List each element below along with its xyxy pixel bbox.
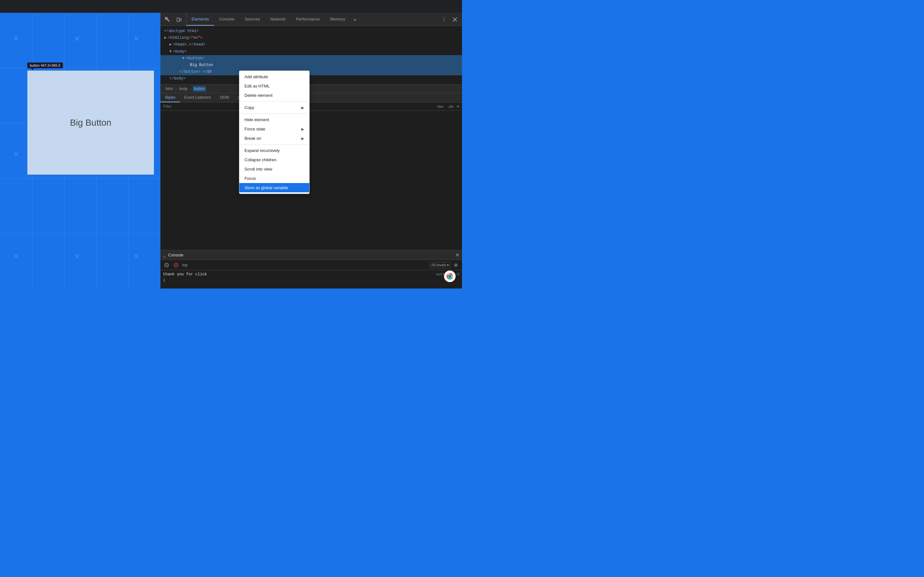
console-filter-button[interactable]	[173, 261, 180, 269]
big-button[interactable]: Big Button	[27, 71, 154, 175]
elements-panel: <!doctype html> ▶ <html lang="en" > ▶ <h…	[160, 26, 462, 288]
console-levels-label: All levels	[431, 263, 446, 268]
svg-point-4	[444, 19, 444, 19]
console-levels-arrow: ▾	[447, 263, 449, 268]
console-drag-handle[interactable]	[163, 254, 166, 256]
console-toolbar: top All levels ▾	[160, 260, 462, 270]
tooltip-element: button	[30, 63, 40, 67]
console-context-select[interactable]: top	[182, 263, 188, 268]
html-line-head: ▶ <head> … </head>	[160, 41, 462, 48]
console-settings-button[interactable]	[452, 261, 459, 269]
tab-performance[interactable]: Performance	[291, 13, 325, 26]
context-menu-focus[interactable]: Focus	[239, 174, 309, 183]
context-menu-scroll-into-view[interactable]: Scroll into view	[239, 164, 309, 174]
force-state-submenu-arrow: ▶	[301, 127, 304, 131]
devtools-toolbar: Elements Console Sources Network Perform…	[160, 13, 462, 26]
svg-point-8	[163, 256, 164, 257]
html-line-body-close: </body>	[160, 75, 462, 82]
svg-point-16	[455, 264, 457, 266]
devtools-tabs: Elements Console Sources Network Perform…	[186, 13, 437, 26]
context-menu-sep3	[239, 144, 309, 145]
console-log-text: thank you for click	[163, 272, 207, 277]
styles-tabs: Styles Event Listeners DOM rties Accessi…	[160, 93, 462, 103]
console-title: Console	[168, 253, 184, 258]
styles-filter-bar: :hov .cls +	[160, 103, 462, 111]
html-source: <!doctype html> ▶ <html lang="en" > ▶ <h…	[160, 26, 462, 84]
context-menu-store-as-global[interactable]: Store as global variable	[239, 183, 309, 192]
styles-tab-dom[interactable]: DOM	[215, 93, 233, 102]
tab-sources[interactable]: Sources	[240, 13, 265, 26]
hov-button[interactable]: :hov	[435, 104, 445, 109]
context-menu-sep1	[239, 101, 309, 102]
tab-network[interactable]: Network	[265, 13, 291, 26]
styles-area: Styles Event Listeners DOM rties Accessi…	[160, 93, 462, 250]
tab-more-button[interactable]: »	[351, 13, 360, 26]
svg-point-5	[444, 21, 444, 21]
html-line-button-text: Big Button	[160, 62, 462, 69]
console-prompt[interactable]: ❯	[163, 278, 459, 283]
svg-point-20	[448, 275, 451, 278]
html-line-body: ▼ <body>	[160, 48, 462, 55]
context-menu-sep2	[239, 113, 309, 114]
tab-elements[interactable]: Elements	[186, 13, 214, 26]
context-menu-break-on[interactable]: Break on ▶	[239, 134, 309, 143]
console-close-button[interactable]: ✕	[455, 252, 459, 258]
svg-point-3	[444, 17, 444, 18]
element-tooltip: button 447.3×365.5	[27, 63, 63, 68]
styles-filter-actions: :hov .cls +	[435, 104, 459, 109]
context-menu-copy[interactable]: Copy ▶	[239, 103, 309, 112]
devtools-close-icon[interactable]	[451, 15, 459, 24]
context-menu: Add attribute Edit as HTML Delete elemen…	[239, 71, 310, 194]
console-prompt-arrow: ❯	[163, 278, 165, 283]
svg-line-13	[166, 264, 168, 266]
console-levels-dropdown[interactable]: All levels ▾	[430, 262, 451, 268]
styles-tab-event-listeners[interactable]: Event Listeners	[180, 93, 216, 102]
svg-point-10	[163, 258, 164, 258]
inspect-element-icon[interactable]	[163, 15, 172, 24]
context-menu-force-state[interactable]: Force state ▶	[239, 124, 309, 134]
html-line-button[interactable]: ... ▼ <button>	[160, 55, 462, 62]
html-line-button-close: </button> == $0	[160, 69, 462, 75]
devtools-actions	[437, 15, 462, 24]
tab-memory[interactable]: Memory	[325, 13, 351, 26]
breadcrumb-html[interactable]: html	[164, 86, 174, 92]
context-menu-edit-as-html[interactable]: Edit as HTML	[239, 81, 309, 91]
console-header: Console ✕	[160, 250, 462, 260]
tooltip-dimensions: 447.3×365.5	[41, 63, 60, 67]
devtools-settings-icon[interactable]	[439, 15, 449, 24]
device-toolbar-icon[interactable]	[174, 15, 184, 24]
context-menu-hide-element[interactable]: Hide element	[239, 115, 309, 124]
cls-button[interactable]: .cls	[447, 104, 455, 109]
browser-top-bar	[0, 0, 462, 13]
chrome-logo	[444, 271, 456, 282]
html-line-doctype: <!doctype html>	[160, 28, 462, 35]
context-menu-add-attribute[interactable]: Add attribute	[239, 72, 309, 81]
breadcrumb-body[interactable]: body	[178, 86, 189, 92]
break-on-submenu-arrow: ▶	[301, 136, 304, 141]
svg-point-11	[165, 258, 165, 258]
add-style-button[interactable]: +	[457, 104, 459, 109]
styles-tab-styles[interactable]: Styles	[160, 93, 180, 102]
devtools-panel: Elements Console Sources Network Perform…	[160, 13, 462, 288]
console-clear-button[interactable]	[163, 261, 170, 269]
context-menu-expand-recursively[interactable]: Expand recursively	[239, 146, 309, 155]
console-area: Console ✕ top	[160, 250, 462, 288]
tab-console[interactable]: Console	[214, 13, 240, 26]
console-content: thank you for click script.js:2 ❯	[160, 270, 462, 284]
svg-rect-2	[180, 19, 181, 21]
html-line-html: ▶ <html lang="en" >	[160, 35, 462, 41]
toolbar-icons	[160, 13, 186, 26]
copy-submenu-arrow: ▶	[301, 105, 304, 110]
console-log-line: thank you for click script.js:2	[163, 271, 459, 277]
big-button-label: Big Button	[70, 118, 111, 128]
breadcrumb-button[interactable]: button	[193, 86, 206, 92]
svg-rect-1	[177, 18, 179, 21]
context-menu-delete-element[interactable]: Delete element	[239, 91, 309, 100]
context-menu-collapse-children[interactable]: Collapse children	[239, 155, 309, 164]
svg-point-9	[165, 256, 165, 257]
breadcrumb-bar: html › body › button	[160, 84, 462, 93]
